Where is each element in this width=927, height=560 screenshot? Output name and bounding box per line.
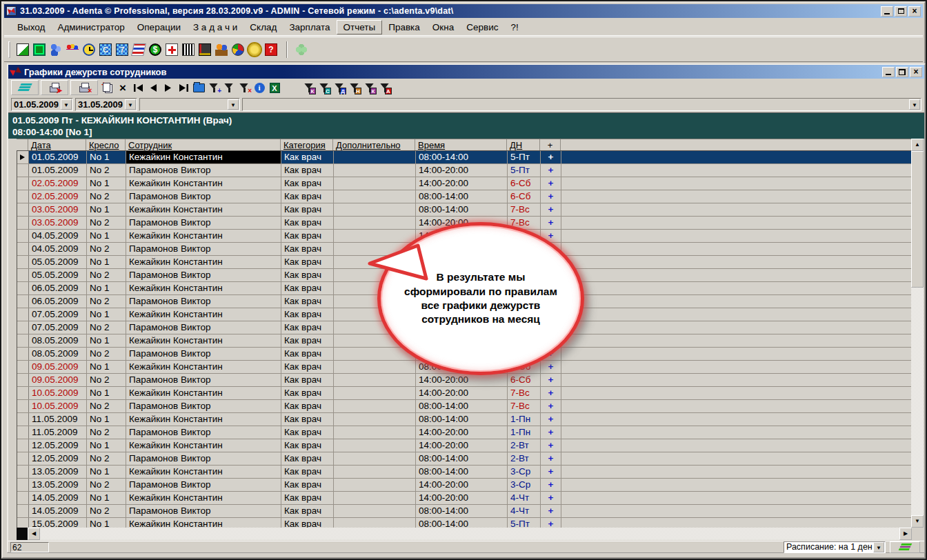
cell-Кресло[interactable]: No 1 [87,282,126,294]
table-row[interactable]: 10.05.2009No 1Кежайкин КонстантинКак вра… [17,387,912,400]
people-button[interactable] [64,41,81,59]
row-gutter[interactable] [17,217,29,229]
row-gutter[interactable] [17,230,29,242]
cell-Дополнительно[interactable] [334,217,416,229]
table-row[interactable]: 02.05.2009No 1Кежайкин КонстантинКак вра… [17,177,912,190]
chevron-down-icon[interactable]: ▼ [125,99,136,110]
cell-Дата[interactable]: 04.05.2009 [29,230,87,242]
row-gutter[interactable] [17,400,29,412]
cell-Дата[interactable]: 08.05.2009 [29,348,87,360]
cell-+[interactable]: + [541,361,561,373]
gear-button[interactable] [246,41,263,59]
row-gutter[interactable] [17,518,29,528]
cell-Дата[interactable]: 14.05.2009 [29,505,87,517]
table-row[interactable]: 01.05.2009No 2Парамонов ВикторКак врач14… [17,164,912,177]
cell-Кресло[interactable]: No 1 [87,466,126,478]
cell-Дата[interactable]: 02.05.2009 [29,177,87,190]
cell-Категория[interactable]: Как врач [281,164,334,177]
firstaid-button[interactable] [163,41,180,59]
row-gutter[interactable] [17,361,29,373]
cell-+[interactable]: + [541,439,561,452]
cell-Дополнительно[interactable] [334,452,416,465]
cell-Категория[interactable]: Как врач [281,269,334,281]
cell-+[interactable]: + [541,505,561,517]
table-row[interactable]: 03.05.2009No 1Кежайкин КонстантинКак вра… [17,203,912,217]
row-gutter[interactable] [17,452,29,465]
cell-Категория[interactable]: Как врач [281,387,334,399]
row-gutter[interactable] [17,492,29,504]
cell-Сотрудник[interactable]: Парамонов Виктор [126,426,281,439]
cell-Дополнительно[interactable] [334,400,416,412]
cell-Кресло[interactable]: No 1 [87,518,126,528]
cell-Сотрудник[interactable]: Кежайкин Константин [126,230,281,242]
row-gutter[interactable] [17,164,29,177]
cell-Время[interactable]: 14:00-20:00 [416,426,508,439]
menu-item-отчеты[interactable]: Отчеты [337,20,383,34]
cell-+[interactable]: + [541,217,561,229]
table-row[interactable]: 11.05.2009No 1Кежайкин КонстантинКак вра… [17,413,912,426]
cell-Сотрудник[interactable]: Парамонов Виктор [126,400,281,412]
cell-Кресло[interactable]: No 1 [87,361,126,373]
cell-+[interactable]: + [541,190,561,203]
exit-button[interactable] [14,41,31,59]
cell-Дата[interactable]: 06.05.2009 [29,295,87,308]
filter-k-button[interactable]: К [301,80,317,95]
cell-Сотрудник[interactable]: Кежайкин Константин [126,151,281,163]
cell-Категория[interactable]: Как врач [281,374,334,386]
cell-Дополнительно[interactable] [334,361,416,373]
cell-+[interactable]: + [541,426,561,439]
barcode-button[interactable] [180,41,197,59]
cell-Дата[interactable]: 12.05.2009 [29,452,87,465]
cell-Дата[interactable]: 03.05.2009 [29,203,87,216]
chevron-down-icon[interactable]: ▼ [228,99,239,110]
cell-Время[interactable]: 08:00-14:00 [416,466,508,478]
scroll-left-button[interactable]: ◀ [28,528,40,540]
column-header-5[interactable]: Время [415,139,507,150]
extra-combo-1[interactable]: ▼ [139,98,240,111]
delete-button[interactable]: × [115,80,130,95]
copy-button[interactable]: + [100,80,115,95]
build-schedule-button[interactable] [11,80,39,95]
filter-a-button[interactable]: А [377,80,392,95]
cell-+[interactable]: + [541,492,561,504]
cell-Кресло[interactable]: No 1 [87,334,126,347]
cell-Дата[interactable]: 05.05.2009 [29,256,87,268]
cell-Сотрудник[interactable]: Парамонов Виктор [126,190,281,203]
scroll-right-button[interactable]: ▶ [899,528,912,540]
cell-Дополнительно[interactable] [334,374,416,386]
stripes-button[interactable] [130,41,147,59]
cell-Время[interactable]: 08:00-14:00 [416,518,508,528]
column-header-1[interactable]: Кресло [86,139,126,150]
menu-item-правка[interactable]: Правка [382,21,426,34]
info-button[interactable]: i [252,80,267,95]
cell-Сотрудник[interactable]: Парамонов Виктор [126,479,281,491]
cell-Сотрудник[interactable]: Кежайкин Константин [126,439,281,452]
cell-Категория[interactable]: Как врач [281,413,334,426]
table-row[interactable]: 14.05.2009No 2Парамонов ВикторКак врач08… [17,505,912,518]
row-gutter[interactable] [17,308,29,321]
cell-+[interactable]: + [541,164,561,177]
cell-Дата[interactable]: 07.05.2009 [29,321,87,334]
cell-Кресло[interactable]: No 2 [87,269,126,281]
cell-Дата[interactable]: 15.05.2009 [29,518,87,528]
cell-Время[interactable]: 08:00-14:00 [416,413,508,426]
menu-item-сервис[interactable]: Сервис [460,21,504,34]
cell-Кресло[interactable]: No 2 [87,295,126,308]
cell-Сотрудник[interactable]: Кежайкин Константин [126,387,281,399]
first-record-button[interactable] [130,80,146,95]
prev-record-button[interactable] [146,80,161,95]
cell-Сотрудник[interactable]: Кежайкин Константин [126,334,281,347]
cell-Дата[interactable]: 14.05.2009 [29,492,87,504]
cell-Время[interactable]: 14:00-20:00 [416,492,508,504]
cell-Время[interactable]: 14:00-20:00 [416,177,508,190]
excel-button[interactable]: X [267,80,282,95]
cell-Категория[interactable]: Как врач [281,505,334,517]
child-restore-button[interactable] [896,67,908,77]
row-gutter[interactable] [17,439,29,452]
clock-button[interactable] [81,41,97,59]
scroll-down-button[interactable]: ▼ [911,515,924,528]
cell-Кресло[interactable]: No 2 [87,505,126,517]
cell-Категория[interactable]: Как врач [281,348,334,360]
cell-Кресло[interactable]: No 1 [87,151,126,163]
cell-Дата[interactable]: 11.05.2009 [29,413,87,426]
